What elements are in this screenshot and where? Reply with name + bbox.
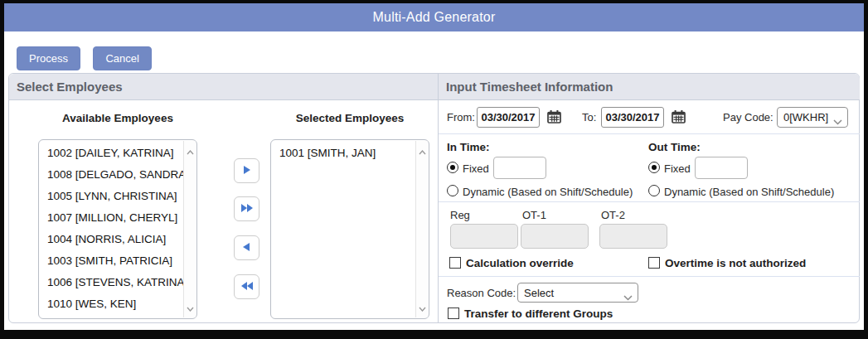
window-title: Multi-Add Generator: [4, 3, 864, 31]
out-time-label: Out Time:: [648, 141, 701, 153]
double-arrow-right-icon: [240, 201, 254, 216]
in-time-label: In Time:: [447, 141, 490, 153]
calculation-override-checkbox[interactable]: [449, 257, 461, 269]
out-time-dynamic-radio[interactable]: [648, 185, 660, 196]
scroll-up-icon[interactable]: [184, 143, 196, 158]
arrow-right-icon: [242, 163, 251, 178]
date-row: From: To:: [439, 100, 860, 134]
move-all-left-button[interactable]: [234, 274, 259, 299]
pay-code-value: 0[WKHR]: [783, 111, 828, 123]
move-all-right-button[interactable]: [234, 196, 259, 221]
scroll-up-icon[interactable]: [416, 143, 428, 158]
reason-code-select[interactable]: Select: [517, 283, 638, 303]
process-button[interactable]: Process: [17, 46, 80, 70]
available-employees-list[interactable]: 1002 [DAILEY, KATRINA]1008 [DELGADO, SAN…: [38, 139, 197, 319]
ot2-input: [599, 224, 667, 249]
overtime-not-authorized-checkbox[interactable]: [648, 257, 660, 269]
reason-row: Reason Code: Select Transfer to differen…: [439, 277, 860, 322]
from-calendar-icon[interactable]: [547, 110, 561, 123]
transfer-groups-label: Transfer to different Groups: [464, 308, 613, 320]
main-container: Select Employees Available Employees Sel…: [8, 73, 860, 323]
ot1-label: OT-1: [522, 209, 546, 221]
to-calendar-icon[interactable]: [672, 110, 686, 123]
reg-label: Reg: [450, 209, 470, 221]
ot2-label: OT-2: [601, 209, 625, 221]
available-employees-label: Available Employees: [38, 112, 197, 124]
select-employees-header: Select Employees: [9, 74, 438, 100]
window-body: Multi-Add Generator Process Cancel I Sel…: [4, 3, 864, 330]
double-arrow-left-icon: [240, 279, 254, 294]
scroll-down-icon[interactable]: [416, 300, 428, 315]
ot1-input: [521, 224, 589, 249]
select-employees-panel: Select Employees Available Employees Sel…: [9, 74, 438, 322]
chevron-down-icon: [623, 291, 633, 303]
pay-code-select[interactable]: 0[WKHR]: [777, 107, 848, 128]
pay-code-label: Pay Code:: [723, 111, 773, 123]
out-time-fixed-label: Fixed: [664, 162, 691, 175]
toolbar: Process Cancel: [17, 46, 161, 70]
employee-list-item[interactable]: 1005 [LYNN, CHRISTINA]: [39, 185, 183, 206]
calculation-override-label: Calculation override: [466, 257, 574, 269]
employee-list-item[interactable]: 1004 [NORRIS, ALICIA]: [39, 228, 183, 249]
out-time-dynamic-label: Dynamic (Based on Shift/Schedule): [664, 186, 834, 198]
move-right-button[interactable]: [234, 158, 259, 183]
in-time-fixed-radio[interactable]: [447, 162, 458, 173]
arrow-left-icon: [242, 240, 251, 255]
chevron-down-icon: [833, 115, 842, 128]
multi-add-generator-window: Multi-Add Generator Process Cancel I Sel…: [0, 0, 868, 339]
transfer-groups-checkbox[interactable]: [448, 308, 459, 319]
overtime-not-authorized-label: Overtime is not authorized: [665, 257, 806, 269]
reg-input: [450, 224, 518, 249]
employee-list-item[interactable]: 1007 [MILLION, CHERYL]: [39, 206, 183, 228]
to-label: To:: [582, 111, 596, 123]
employee-list-item[interactable]: 1001 [SMITH, JAN]: [271, 142, 415, 163]
selected-employees-label: Selected Employees: [270, 112, 429, 124]
employee-list-item[interactable]: 1010 [WES, KEN]: [39, 293, 183, 314]
in-time-fixed-label: Fixed: [463, 162, 489, 175]
time-row: In Time: Fixed Dynamic (Based on Shift/S…: [439, 134, 860, 202]
in-time-dynamic-label: Dynamic (Based on Shift/Schedule): [463, 186, 633, 198]
in-time-dynamic-radio[interactable]: [447, 185, 458, 196]
from-date-input[interactable]: [477, 107, 540, 128]
move-left-button[interactable]: [234, 235, 259, 260]
reason-code-label: Reason Code:: [447, 287, 516, 299]
in-time-fixed-input[interactable]: [493, 157, 546, 179]
selected-list-scrollbar[interactable]: [415, 141, 428, 317]
cancel-button[interactable]: Cancel: [93, 46, 151, 70]
hours-row: Reg OT-1 OT-2 Calculation override Overt…: [439, 202, 860, 277]
out-time-fixed-radio[interactable]: [648, 162, 660, 173]
available-list-scrollbar[interactable]: [183, 141, 196, 317]
to-date-input[interactable]: [601, 107, 664, 128]
employee-list-item[interactable]: 1006 [STEVENS, KATRINA]: [39, 271, 183, 293]
employee-list-item[interactable]: 1003 [SMITH, PATRICIA]: [39, 249, 183, 271]
employee-list-item[interactable]: 1008 [DELGADO, SANDRA]: [39, 163, 183, 185]
timesheet-header: Input Timesheet Information: [439, 74, 860, 100]
timesheet-panel: Input Timesheet Information From: To:: [438, 74, 860, 322]
out-time-fixed-input[interactable]: [695, 157, 748, 179]
reason-code-value: Select: [524, 287, 554, 299]
employee-list-item[interactable]: 1002 [DAILEY, KATRINA]: [39, 142, 183, 163]
selected-employees-list[interactable]: 1001 [SMITH, JAN]: [270, 139, 429, 319]
scroll-down-icon[interactable]: [184, 300, 196, 315]
from-label: From:: [447, 111, 475, 123]
